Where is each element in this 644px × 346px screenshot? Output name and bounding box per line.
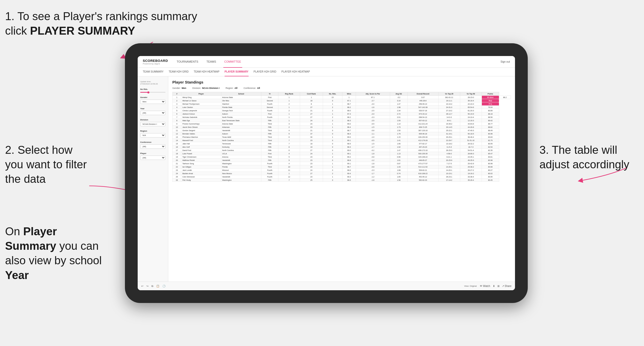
conference-select[interactable]: (All) xyxy=(140,144,165,149)
col-avg-sg: Avg SG xyxy=(390,92,408,96)
subnav-team-h2h-heatmap[interactable]: TEAM H2H HEATMAP xyxy=(194,68,220,76)
table-row[interactable]: 16Alex GoffKentuckyFifth819068.3-1.71.92… xyxy=(173,145,511,149)
watch-btn[interactable]: 👁 Watch xyxy=(480,285,490,287)
col-player: Player xyxy=(181,92,221,96)
sidebar-year: Year (All) xyxy=(140,107,165,115)
view-label: View: Original xyxy=(464,285,477,287)
table-row[interactable]: 12Brendan ValdesAuburnFifth537068.4-1.11… xyxy=(173,132,511,135)
sidebar: Update time: 27/03/2024 16:56:26 No Rds.… xyxy=(138,76,168,282)
table-row[interactable]: 5Christo LamprechtGeorgia TechFourth2212… xyxy=(173,109,511,112)
table-row[interactable]: 10Jacob Skov OlesenArkansasFifth223168.4… xyxy=(173,126,511,129)
filter-region-value: All xyxy=(235,87,238,89)
region-label: Region xyxy=(140,130,165,132)
nav-links: TOURNAMENTS TEAMS COMMITTEE xyxy=(176,56,500,68)
subnav-player-h2h-heatmap[interactable]: PLAYER H2H HEATMAP xyxy=(281,68,310,76)
col-conf-rank: Conf Rank xyxy=(300,92,323,96)
annotation-step2-text: 2. Select how you want to filter the dat… xyxy=(5,144,87,185)
sidebar-conference: Conference (All) xyxy=(140,141,165,149)
table-row[interactable]: 2Michael Le SassoOle MissSecond118067.1-… xyxy=(173,99,511,102)
table-row[interactable]: 24Bastien AmatNew MexicoFourth127269.4-1… xyxy=(173,172,511,175)
undo-btn[interactable]: ↩ xyxy=(141,285,143,287)
nav-link-teams[interactable]: TEAMS xyxy=(205,56,217,68)
content-area: Update time: 27/03/2024 16:56:26 No Rds.… xyxy=(138,76,515,282)
region-select[interactable]: N/A xyxy=(140,133,165,137)
table-row[interactable]: 25Cole SherwoodVanderbiltFourth1223169.3… xyxy=(173,175,511,178)
player-select[interactable]: (All) xyxy=(140,156,165,160)
filter-gender-value: Men xyxy=(182,87,186,89)
subnav-team-summary[interactable]: TEAM SUMMARY xyxy=(143,68,164,76)
filter-division-value: NCAA Division I xyxy=(202,87,220,89)
table-row[interactable]: 14Maxwell FordNorth CarolinaThird723069.… xyxy=(173,139,511,142)
table-row[interactable]: 9Preston SummerhaysArizona StateThird324… xyxy=(173,122,511,126)
sidebar-no-rds: No Rds. xyxy=(140,88,165,93)
toolbar-actions: 👁 Watch ⬇ ⊞ ↗ Share xyxy=(480,285,511,287)
table-row[interactable]: 13Phichakun MaichonTexas A&MThird630169.… xyxy=(173,135,511,139)
gender-label: Gender xyxy=(140,96,165,99)
view-selector[interactable]: View: Original xyxy=(464,285,477,287)
table-row[interactable]: 22Ian GilliganFloridaThird1024168.7-0.81… xyxy=(173,165,511,169)
subnav-player-summary[interactable]: PLAYER SUMMARY xyxy=(225,68,249,76)
table-row[interactable]: 18Luke PowellUCLAFirst424169.1-1.81.1350… xyxy=(173,152,511,155)
division-label: Division xyxy=(140,119,165,121)
copy-btn[interactable]: ⧉ xyxy=(151,285,153,288)
annotation-sub-bold2: Year xyxy=(5,269,29,281)
subnav-player-h2h-grid[interactable]: PLAYER H2H GRID xyxy=(254,68,276,76)
table-row[interactable]: 7Nicholas GabrelcikNorth FloridaFourth12… xyxy=(173,116,511,119)
subnav-team-h2h-grid[interactable]: TEAM H2H GRID xyxy=(169,68,189,76)
filter-division-label: Division: xyxy=(192,87,201,89)
table-row[interactable]: 19Tiger ChristensenArizonaThird523269.2-… xyxy=(173,155,511,159)
col-points: Points xyxy=(482,92,499,96)
table-row[interactable]: 4Luke ClantonFlorida StateSecond127268.2… xyxy=(173,106,511,109)
filters-row: Gender: Men Division: NCAA Division I Re… xyxy=(172,87,511,89)
col-rank: # xyxy=(173,92,181,96)
sign-out-link[interactable]: Sign out xyxy=(500,60,510,63)
logo: SCOREBOARD Powered by clipp'd xyxy=(143,59,168,65)
table-row[interactable]: 8Mats EgeEast Tennessee StateFifth124268… xyxy=(173,119,511,122)
arrow-3 xyxy=(573,163,629,183)
nav-link-committee[interactable]: COMMITTEE xyxy=(223,56,242,68)
table-row[interactable]: 17David FordNorth CarolinaFifth627069.0-… xyxy=(173,149,511,152)
table-row[interactable]: 1Wenyi DingArizona StateFirst1115167.1-3… xyxy=(173,96,511,99)
table-row[interactable]: 21Taehoon SongWashingtonFourth423169.1-1… xyxy=(173,162,511,165)
filter-gender-label: Gender: xyxy=(172,87,181,89)
col-vs-top50: Vs Top 50 xyxy=(460,92,482,96)
share-btn[interactable]: ↗ Share xyxy=(502,285,511,287)
col-vs-top25: Vs Top 25 xyxy=(438,92,460,96)
paste-btn[interactable]: 📋 xyxy=(156,285,159,287)
division-select[interactable]: NCAA Division I xyxy=(140,122,165,126)
nav-link-tournaments[interactable]: TOURNAMENTS xyxy=(176,56,199,68)
table-row[interactable]: 6Jackson KoivunAuburnFirst127167.3-2.02.… xyxy=(173,112,511,116)
tablet-screen: SCOREBOARD Powered by clipp'd TOURNAMENT… xyxy=(138,56,515,290)
table-row[interactable]: 26Petr HrubyWashingtonFifth725068.6-1.81… xyxy=(173,178,511,182)
filter-conference-value: All xyxy=(257,87,260,89)
col-wins: Wins xyxy=(342,92,356,96)
sub-navigation: TEAM SUMMARY TEAM H2H GRID TEAM H2H HEAT… xyxy=(138,68,515,76)
grid-btn[interactable]: ⊞ xyxy=(497,285,499,287)
table-title: Player Standings xyxy=(172,80,511,84)
sidebar-player: Player (All) xyxy=(140,152,165,160)
redo-btn[interactable]: ↪ xyxy=(146,285,148,287)
annotation-step2-sub: On Player Summary you can also view by s… xyxy=(5,224,102,282)
annotation-sub-prefix: On xyxy=(5,225,23,238)
no-rds-slider[interactable] xyxy=(140,92,165,93)
clock-btn[interactable]: 🕐 xyxy=(162,285,165,287)
col-school: School xyxy=(221,92,261,96)
player-label: Player xyxy=(140,152,165,155)
col-no-rds: No. Rds. xyxy=(323,92,342,96)
table-row[interactable]: 3Michael ThorbjornsenStanfordFourth28168… xyxy=(173,102,511,106)
col-overall: Overall Record xyxy=(408,92,438,96)
annotation-step2: 2. Select how you want to filter the dat… xyxy=(5,143,92,186)
table-header-row: # Player School Yr Reg Rank Conf Rank No… xyxy=(173,92,511,96)
download-btn[interactable]: ⬇ xyxy=(493,285,495,287)
gender-select[interactable]: Men xyxy=(140,100,165,104)
no-rds-label: No Rds. xyxy=(140,88,165,90)
logo-title: SCOREBOARD xyxy=(143,59,168,63)
table-row[interactable]: 11Gordon SargentVanderbiltThird421068.7-… xyxy=(173,129,511,132)
filter-conference-label: Conference: xyxy=(243,87,256,89)
main-content: Player Standings Gender: Men Division: N… xyxy=(168,76,515,282)
table-row[interactable]: 15Jake HallTennesseeFifth718068.5-1.51.6… xyxy=(173,142,511,145)
year-select[interactable]: (All) xyxy=(140,111,165,115)
tablet-device: SCOREBOARD Powered by clipp'd TOURNAMENT… xyxy=(125,43,528,303)
table-row[interactable]: 20Matthew RiedelVanderbiltFifth923068.8-… xyxy=(173,159,511,162)
table-row[interactable]: 23Jack LundinMissouriFourth1124068.6-2.3… xyxy=(173,169,511,172)
